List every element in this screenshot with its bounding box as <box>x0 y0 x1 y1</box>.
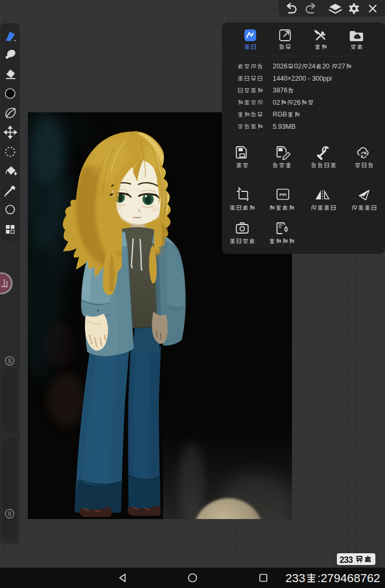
svg-text:24: 24 <box>308 63 315 70</box>
svg-text:1440×2200 - 300ppi: 1440×2200 - 300ppi <box>273 75 332 82</box>
svg-text:RGB: RGB <box>273 111 287 118</box>
svg-text:0: 0 <box>8 511 11 517</box>
svg-text:27: 27 <box>338 63 345 70</box>
svg-text:5.93MB: 5.93MB <box>273 123 296 130</box>
svg-text:PPI: PPI <box>280 192 287 197</box>
svg-text:20: 20 <box>322 63 329 70</box>
svg-text:233: 233 <box>340 555 353 564</box>
svg-text:26: 26 <box>294 99 301 106</box>
svg-text:2026: 2026 <box>273 63 288 70</box>
svg-text::279468762: :279468762 <box>317 571 380 585</box>
svg-text:02: 02 <box>273 99 280 106</box>
svg-text:02: 02 <box>294 63 302 70</box>
svg-text:233: 233 <box>286 571 305 585</box>
svg-text:S: S <box>8 358 12 364</box>
svg-text:3876: 3876 <box>273 87 288 94</box>
